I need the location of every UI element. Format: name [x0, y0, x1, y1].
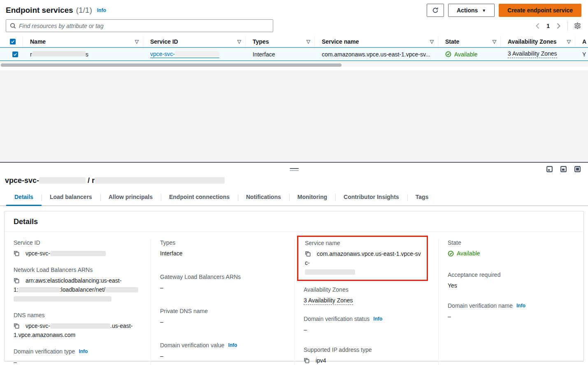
- panel-size-controls: [546, 166, 581, 172]
- check-icon: [13, 52, 17, 56]
- service-id-link[interactable]: vpce-svc-: [150, 51, 219, 58]
- cell-state: Available: [438, 51, 501, 58]
- panel-size-medium-icon[interactable]: [560, 166, 567, 172]
- info-link[interactable]: Info: [228, 342, 237, 348]
- field-gwlb-arns: Gateway Load Balancers ARNs –: [160, 274, 286, 292]
- field-availability-zones: Availability Zones 3 Availability Zones: [304, 286, 430, 305]
- tab-endpoint-connections[interactable]: Endpoint connections: [161, 190, 238, 206]
- filter-icon[interactable]: ▽: [428, 39, 434, 44]
- cell-service-name: com.amazonaws.vpce.us-east-1.vpce-sv...: [315, 51, 438, 58]
- check-circle-icon: [445, 51, 451, 57]
- filter-icon[interactable]: ▽: [490, 39, 496, 44]
- redacted-text: [50, 323, 110, 329]
- redacted-text: [105, 287, 138, 292]
- redacted-text: [50, 251, 106, 256]
- column-header-types[interactable]: Types▽: [246, 36, 315, 47]
- info-link[interactable]: Info: [79, 349, 88, 354]
- details-column-1: Service ID vpce-svc- Network Load Balanc…: [5, 239, 151, 365]
- column-header-name[interactable]: Name▽: [23, 36, 143, 47]
- page-header: Endpoint services (1/1) Info Actions ▼ C…: [0, 0, 588, 16]
- chevron-right-icon[interactable]: [556, 23, 561, 29]
- copy-icon[interactable]: [14, 278, 19, 283]
- settings-gear-icon[interactable]: [574, 22, 581, 30]
- field-domain-verification-status: Domain verification statusInfo –: [304, 316, 430, 334]
- redacted-text: [19, 287, 60, 292]
- page-number[interactable]: 1: [546, 23, 550, 29]
- details-card-header: Details: [5, 211, 583, 232]
- check-circle-icon: [448, 250, 454, 257]
- filter-icon[interactable]: ▽: [235, 39, 241, 44]
- select-all-checkbox[interactable]: [10, 39, 16, 44]
- panel-size-large-icon[interactable]: [574, 166, 581, 172]
- details-column-2: Types Interface Gateway Load Balancers A…: [151, 239, 295, 365]
- status-badge: Available: [445, 51, 478, 58]
- panel-size-small-icon[interactable]: [546, 166, 553, 172]
- table-controls: 1: [0, 16, 588, 32]
- details-column-3: Service name com.amazonaws.vpce.us-east-…: [295, 239, 439, 365]
- tab-allow-principals[interactable]: Allow principals: [100, 190, 161, 206]
- column-header-acceptance[interactable]: A: [575, 36, 588, 47]
- highlight-annotation: Service name com.amazonaws.vpce.us-east-…: [297, 236, 428, 281]
- chevron-down-icon: ▼: [482, 8, 486, 13]
- page-background: [0, 70, 588, 162]
- search-input[interactable]: [19, 23, 269, 29]
- cell-types: Interface: [246, 51, 315, 58]
- details-heading: Details: [14, 218, 570, 226]
- split-panel-title: vpce-svc- / r: [5, 176, 588, 185]
- tab-notifications[interactable]: Notifications: [238, 190, 289, 206]
- field-private-dns-name: Private DNS name –: [160, 308, 286, 326]
- create-endpoint-service-button[interactable]: Create endpoint service: [499, 4, 581, 17]
- field-domain-verification-type: Domain verification typeInfo –: [14, 348, 142, 365]
- actions-button[interactable]: Actions ▼: [448, 4, 495, 17]
- info-link[interactable]: Info: [373, 316, 382, 322]
- check-icon: [11, 40, 15, 44]
- split-panel-drag-handle[interactable]: [290, 168, 299, 171]
- divider: [567, 21, 568, 31]
- tab-bar: Details Load balancers Allow principals …: [0, 190, 588, 206]
- redacted-text: [39, 177, 86, 184]
- aws-endpoint-services-page: Endpoint services (1/1) Info Actions ▼ C…: [0, 0, 588, 365]
- redacted-text: [175, 51, 219, 56]
- cell-service-id: vpce-svc-: [143, 51, 246, 58]
- copy-icon[interactable]: [14, 323, 19, 329]
- info-link[interactable]: Info: [516, 303, 525, 309]
- cell-acceptance: Y: [575, 51, 588, 58]
- filter-icon[interactable]: ▽: [565, 39, 571, 44]
- cell-availability-zones: 3 Availability Zones: [501, 50, 575, 58]
- filter-icon[interactable]: ▽: [132, 39, 139, 44]
- status-badge: Available: [448, 249, 480, 258]
- horizontal-scrollbar[interactable]: [0, 62, 588, 67]
- az-popover-trigger[interactable]: 3 Availability Zones: [508, 50, 557, 58]
- tab-tags[interactable]: Tags: [407, 190, 437, 206]
- field-service-id: Service ID vpce-svc-: [14, 239, 142, 258]
- column-header-service-name[interactable]: Service name▽: [315, 36, 438, 47]
- select-all-cell: [0, 36, 23, 47]
- column-header-state[interactable]: State▽: [438, 36, 501, 47]
- copy-icon[interactable]: [14, 250, 19, 256]
- column-header-availability-zones[interactable]: Availability Zones▽: [501, 36, 575, 47]
- row-checkbox[interactable]: [12, 51, 18, 57]
- cell-name: rs: [23, 51, 143, 58]
- az-popover-trigger[interactable]: 3 Availability Zones: [304, 297, 353, 305]
- tab-details[interactable]: Details: [6, 190, 42, 206]
- field-state: State Available: [448, 239, 575, 259]
- field-nlb-arns: Network Load Balancers ARNs arn:aws:elas…: [14, 267, 142, 303]
- tab-monitoring[interactable]: Monitoring: [289, 190, 335, 206]
- table-row[interactable]: rs vpce-svc- Interface com.amazonaws.vpc…: [0, 47, 588, 61]
- details-card: Details Service ID vpce-svc- Network Loa…: [4, 211, 584, 361]
- column-header-service-id[interactable]: Service ID▽: [143, 36, 246, 47]
- tab-contributor-insights[interactable]: Contributor Insights: [335, 190, 407, 206]
- chevron-left-icon[interactable]: [535, 23, 540, 29]
- search-icon: [10, 23, 16, 29]
- search-box[interactable]: [6, 19, 273, 32]
- redacted-text: [14, 296, 112, 302]
- tab-load-balancers[interactable]: Load balancers: [42, 190, 100, 206]
- filter-icon[interactable]: ▽: [304, 39, 310, 44]
- copy-icon[interactable]: [304, 358, 309, 363]
- table-header: Name▽ Service ID▽ Types▽ Service name▽ S…: [0, 36, 588, 47]
- refresh-button[interactable]: [427, 4, 444, 17]
- scrollbar-thumb[interactable]: [1, 63, 342, 67]
- redacted-text: [32, 51, 86, 56]
- copy-icon[interactable]: [305, 251, 311, 257]
- header-info-link[interactable]: Info: [97, 7, 106, 13]
